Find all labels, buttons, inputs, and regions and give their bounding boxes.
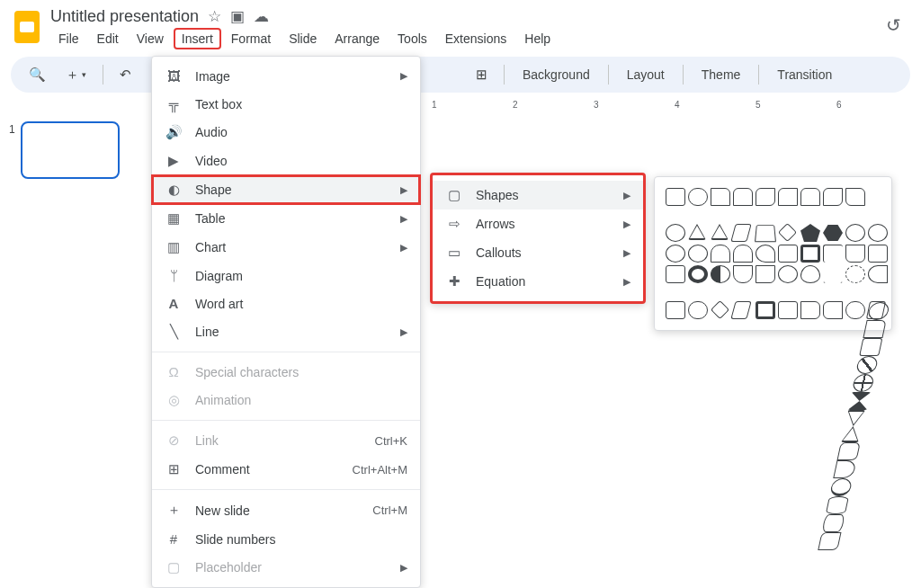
menu-tools[interactable]: Tools (389, 28, 435, 49)
shape-trapezoid[interactable] (755, 225, 776, 242)
shape-smiley[interactable] (778, 265, 798, 283)
menu-slide[interactable]: Slide (281, 28, 325, 49)
layout-button[interactable]: Layout (618, 67, 674, 82)
shape-cross[interactable] (868, 245, 888, 263)
shape-cloud[interactable] (666, 301, 685, 319)
menu-extensions[interactable]: Extensions (437, 28, 514, 49)
slide-thumbnail-1[interactable] (21, 121, 120, 179)
insert-table[interactable]: ▦Table▶ (152, 204, 420, 233)
shape-round-same-side[interactable] (800, 188, 820, 206)
insert-video[interactable]: ▶Video (152, 147, 420, 175)
menu-insert[interactable]: Insert (174, 28, 221, 49)
shape-donut[interactable] (688, 265, 708, 283)
shape-flowchart-direct-access[interactable] (821, 514, 845, 532)
shape-parallelogram[interactable] (730, 224, 751, 242)
shape-brace-pair[interactable] (730, 301, 751, 319)
shape-flowchart-connector[interactable] (867, 302, 890, 320)
shape-heart[interactable] (800, 265, 820, 283)
shape-left-brace[interactable] (800, 301, 820, 319)
shape-flowchart-collate[interactable] (847, 392, 871, 410)
insert-shape[interactable]: ◐Shape▶ (152, 175, 420, 204)
shape-flowchart-data[interactable] (866, 301, 886, 319)
shape-rectangle[interactable] (666, 188, 685, 206)
undo-button[interactable]: ↶ (112, 63, 139, 86)
shape-flowchart-offpage[interactable] (863, 320, 886, 338)
cloud-status-icon[interactable]: ☁ (254, 7, 269, 26)
shape-dodecagon[interactable] (688, 245, 708, 263)
new-slide-button[interactable]: ＋▾ (58, 63, 94, 87)
shape-round-diagonal[interactable] (823, 188, 843, 206)
menu-arrange[interactable]: Arrange (326, 28, 388, 49)
shape-block-arc[interactable] (733, 265, 753, 283)
star-icon[interactable]: ☆ (208, 7, 221, 26)
menu-file[interactable]: File (50, 28, 87, 49)
insert-line[interactable]: ╲Line▶ (152, 317, 420, 346)
shape-moon[interactable] (868, 265, 888, 283)
shape-bracket-pair[interactable] (711, 300, 729, 319)
shape-snip-diagonal[interactable] (756, 188, 775, 206)
shape-flowchart-extract[interactable] (841, 426, 863, 442)
transition-button[interactable]: Transition (768, 67, 841, 82)
shape-no-symbol[interactable] (711, 265, 730, 283)
shape-round-single[interactable] (778, 188, 798, 206)
theme-button[interactable]: Theme (693, 67, 750, 82)
shape-flowchart-display[interactable] (818, 532, 841, 550)
shape-flowchart-terminator[interactable] (845, 301, 865, 319)
insert-wordart[interactable]: AWord art (152, 290, 420, 317)
version-history-icon[interactable]: ↺ (886, 14, 901, 36)
shape-callouts[interactable]: ▭Callouts▶ (433, 238, 643, 267)
shape-chord[interactable] (733, 245, 753, 263)
shape-triangle[interactable] (688, 224, 706, 240)
shape-oval[interactable] (666, 224, 685, 242)
shape-shapes[interactable]: ▢Shapes▶ (433, 181, 643, 209)
shape-diamond[interactable] (778, 223, 797, 242)
menu-view[interactable]: View (129, 28, 172, 49)
shape-arrows[interactable]: ⇨Arrows▶ (433, 209, 643, 238)
shape-rounded-rectangle[interactable] (688, 188, 708, 206)
shape-sun[interactable] (845, 265, 865, 283)
add-comment-button[interactable]: ⊞ (469, 63, 495, 86)
shape-flowchart-merge[interactable] (845, 410, 866, 426)
shape-pie[interactable] (711, 245, 730, 263)
shape-arc[interactable] (688, 301, 708, 319)
insert-new-slide[interactable]: ＋New slideCtrl+M (152, 495, 420, 525)
shape-hexagon[interactable] (823, 224, 843, 242)
shape-flowchart-delay[interactable] (837, 442, 861, 460)
shape-frame[interactable] (778, 245, 798, 263)
shape-right-bracket[interactable] (778, 301, 798, 319)
insert-chart[interactable]: ▥Chart▶ (152, 233, 420, 262)
shape-left-bracket[interactable] (756, 301, 775, 319)
shape-heptagon[interactable] (845, 224, 865, 242)
insert-diagram[interactable]: ᛘDiagram (152, 262, 420, 290)
background-button[interactable]: Background (514, 67, 599, 82)
move-icon[interactable]: ▣ (230, 7, 245, 26)
shape-equation[interactable]: ✚Equation▶ (433, 267, 643, 296)
document-title[interactable]: Untitled presentation (50, 7, 199, 26)
shape-flowchart-sequential[interactable] (829, 478, 853, 496)
shape-flowchart-or[interactable] (852, 374, 875, 392)
insert-textbox[interactable]: ╦Text box (152, 90, 420, 118)
shape-folded-corner[interactable] (756, 265, 775, 283)
shape-right-brace[interactable] (823, 301, 843, 319)
shape-lightning[interactable] (823, 265, 843, 283)
shape-octagon[interactable] (868, 224, 888, 242)
menu-edit[interactable]: Edit (89, 28, 127, 49)
shape-flowchart-magnetic-disk[interactable] (826, 496, 849, 514)
insert-audio[interactable]: 🔊Audio (152, 118, 420, 147)
shape-plaque[interactable] (666, 265, 685, 283)
shape-snip-corner[interactable] (711, 188, 730, 206)
insert-slide-numbers[interactable]: #Slide numbers (152, 525, 420, 553)
slides-logo[interactable] (14, 11, 40, 43)
shape-decagon[interactable] (666, 245, 685, 263)
insert-image[interactable]: 🖼Image▶ (152, 62, 420, 90)
shape-snip-round[interactable] (845, 188, 865, 206)
insert-comment[interactable]: ⊞CommentCtrl+Alt+M (152, 455, 420, 484)
shape-flowchart-summing[interactable] (855, 356, 879, 374)
menu-format[interactable]: Format (223, 28, 279, 49)
shape-l-shape[interactable] (823, 245, 843, 263)
shape-diagonal-stripe[interactable] (845, 245, 865, 263)
shape-half-frame[interactable] (800, 245, 820, 263)
shape-teardrop[interactable] (756, 245, 775, 263)
shape-flowchart-card[interactable] (859, 338, 882, 356)
menu-help[interactable]: Help (516, 28, 559, 49)
